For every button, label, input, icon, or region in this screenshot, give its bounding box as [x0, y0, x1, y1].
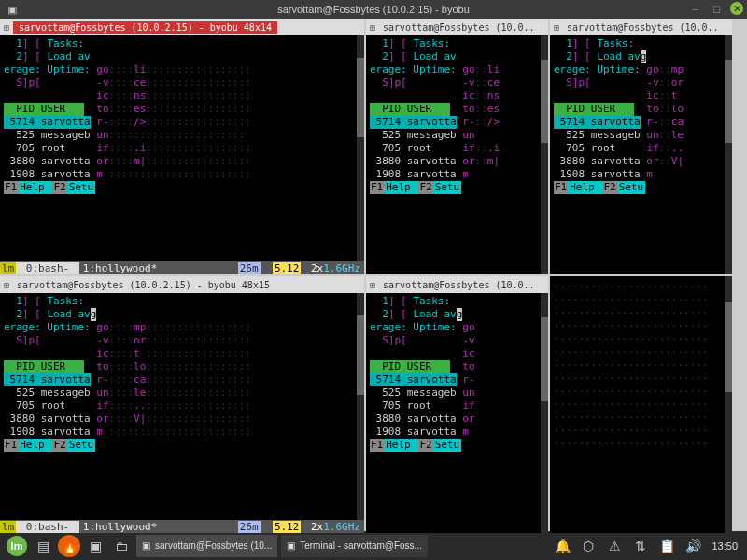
pane-header: ⊞ sarvottam@Fossbytes (10.0.. [550, 19, 732, 35]
terminal-body[interactable]: 1] [ Tasks: 2] [ Load av erage: Uptime: … [366, 35, 548, 274]
task-terminal[interactable]: ▣ Terminal - sarvottam@Foss... [281, 535, 428, 557]
files-icon[interactable]: 🗀 [110, 535, 133, 557]
terminal-body[interactable]: 1] [ Tasks: 2] [ Load av erage: Uptime: … [0, 35, 364, 261]
maximize-button[interactable]: ◻ [710, 2, 723, 15]
pane-title: sarvottam@Fossbytes (10.0.2.15) - byobu … [13, 280, 274, 290]
pane-header: ⊞ sarvottam@Fossbytes (10.0.2.15) - byob… [0, 276, 364, 293]
scrollbar[interactable] [725, 276, 732, 533]
terminal-body[interactable]: 1] [ Tasks: 2] [ Load avg erage: Uptime:… [0, 293, 364, 520]
network-icon[interactable]: ⇅ [629, 535, 652, 557]
split-icon[interactable]: ⊞ [4, 280, 9, 290]
pane-header: ⊞ sarvottam@Fossbytes (10.0.. [366, 19, 548, 35]
terminal-body[interactable]: 1] [ Tasks: 2] [ Load avg erage: Uptime:… [550, 35, 732, 274]
shield-icon[interactable]: ⬡ [577, 535, 599, 557]
window-title: sarvottam@Fossbytes (10.0.2.15) - byobu [277, 4, 470, 15]
task-label: sarvottam@Fossbytes (10... [155, 540, 272, 551]
pane-header: ⊞ sarvottam@Fossbytes (10.0.2.15) - byob… [0, 19, 364, 35]
pane-title: sarvottam@Fossbytes (10.0.. [379, 22, 539, 33]
distro-badge: lm [0, 262, 16, 274]
split-icon[interactable]: ⊞ [370, 22, 375, 33]
scrollbar[interactable] [541, 35, 548, 274]
firefox-icon[interactable]: 🔥 [58, 535, 80, 557]
terminal-icon[interactable]: ▣ [84, 535, 106, 557]
byobu-pane-top-right[interactable]: ⊞ sarvottam@Fossbytes (10.0.. 1] [ Tasks… [550, 19, 732, 274]
byobu-pane-bottom-mid[interactable]: ⊞ sarvottam@Fossbytes (10.0.. 1] [ Tasks… [366, 276, 548, 533]
cpu-badge: 2x1.6GHz [301, 262, 364, 274]
byobu-grid: ⊞ sarvottam@Fossbytes (10.0.2.15) - byob… [0, 19, 747, 531]
terminal-task-icon: ▣ [287, 540, 295, 551]
split-icon[interactable]: ⊞ [370, 280, 375, 290]
htop-helpbar[interactable]: F1Help F2Setu [4, 181, 360, 194]
notifications-icon[interactable]: 🔔 [551, 535, 573, 557]
pane-title: sarvottam@Fossbytes (10.0.2.15) - byobu … [13, 21, 277, 34]
pane-title: sarvottam@Fossbytes (10.0.. [379, 280, 539, 290]
scrollbar[interactable] [357, 293, 364, 520]
clock[interactable]: 13:50 [708, 540, 741, 552]
terminal-app-icon: ▣ [6, 3, 19, 16]
scrollbar[interactable] [725, 35, 732, 274]
split-icon[interactable]: ⊞ [4, 22, 9, 33]
byobu-pane-top-left[interactable]: ⊞ sarvottam@Fossbytes (10.0.2.15) - byob… [0, 19, 364, 274]
taskbar: lm ▤ 🔥 ▣ 🗀 ▣ sarvottam@Fossbytes (10... … [0, 531, 747, 560]
byobu-status-line: lm 0:bash- 1:hollywood* 26m 5.12 2x1.6GH… [0, 261, 364, 274]
scrollbar[interactable] [541, 293, 548, 533]
byobu-pane-top-mid[interactable]: ⊞ sarvottam@Fossbytes (10.0.. 1] [ Tasks… [366, 19, 548, 274]
byobu-pane-bottom-right[interactable]: ......................... ..............… [550, 276, 732, 533]
task-label: Terminal - sarvottam@Foss... [300, 540, 422, 551]
split-icon[interactable]: ⊞ [554, 22, 559, 33]
uptime-badge: 26m [238, 262, 261, 274]
show-desktop-icon[interactable]: ▤ [32, 535, 54, 557]
volume-icon[interactable]: 🔊 [682, 535, 704, 557]
window-titlebar: ▣ sarvottam@Fossbytes (10.0.2.15) - byob… [0, 0, 747, 19]
scrollbar[interactable] [357, 35, 364, 261]
htop-header[interactable]: PID USER [4, 103, 84, 116]
clipboard-icon[interactable]: 📋 [655, 535, 678, 557]
pane-header: ⊞ sarvottam@Fossbytes (10.0.. [366, 276, 548, 293]
byobu-pane-bottom-left[interactable]: ⊞ sarvottam@Fossbytes (10.0.2.15) - byob… [0, 276, 364, 533]
terminal-body[interactable]: ......................... ..............… [550, 276, 732, 533]
minimize-button[interactable]: – [689, 2, 702, 15]
window-1-hollywood[interactable]: 1:hollywood* [79, 262, 161, 274]
byobu-status-line: lm 0:bash- 1:hollywood* 26m 5.12 2x1.6GH… [0, 520, 364, 533]
window-0-bash[interactable]: 0:bash- [16, 262, 79, 274]
close-button[interactable]: ✕ [730, 2, 743, 15]
load-badge: 5.12 [273, 262, 302, 274]
mint-menu-icon[interactable]: lm [6, 535, 28, 557]
terminal-body[interactable]: 1] [ Tasks: 2] [ Load avg erage: Uptime:… [366, 293, 548, 533]
cursor: g [641, 50, 647, 63]
terminal-task-icon: ▣ [142, 540, 150, 551]
pane-title: sarvottam@Fossbytes (10.0.. [563, 22, 723, 33]
warning-icon[interactable]: ⚠ [603, 535, 626, 557]
task-byobu[interactable]: ▣ sarvottam@Fossbytes (10... [136, 535, 277, 557]
